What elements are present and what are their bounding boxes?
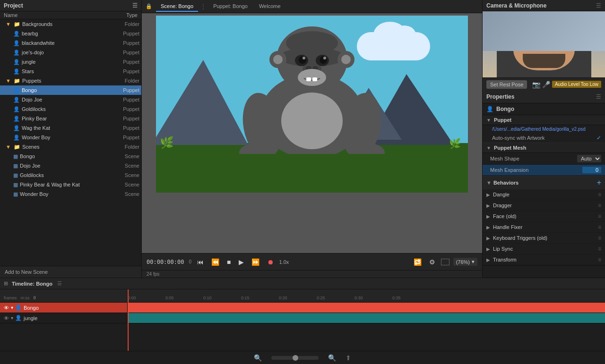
- tree-scenes-folder[interactable]: ▼ 📁 Scenes Folder: [0, 142, 141, 152]
- settings-button[interactable]: ⚙: [427, 257, 437, 267]
- timeline-menu-icon[interactable]: ☰: [57, 280, 62, 287]
- camera-background: [483, 11, 605, 77]
- stop-button[interactable]: ■: [225, 257, 233, 267]
- behavior-transform-name: Transform: [493, 257, 598, 262]
- add-behavior-button[interactable]: +: [597, 178, 601, 187]
- behavior-lipsync-name: Lip Sync: [493, 246, 598, 252]
- behavior-keyboard-arrow: ▶: [486, 236, 490, 241]
- behavior-face-menu[interactable]: ≡: [598, 213, 601, 220]
- microphone-icon[interactable]: 🎤: [542, 81, 550, 88]
- behavior-dragger[interactable]: ▶ Dragger ≡: [483, 200, 605, 211]
- wonderboy-type: Puppet: [116, 135, 139, 140]
- properties-menu-icon[interactable]: ☰: [596, 93, 601, 100]
- timeline-zoom-slider[interactable]: [271, 356, 319, 360]
- tree-scene-pinky[interactable]: ▦ Pinky Bear & Wag the Kat Scene: [0, 180, 141, 189]
- zoom-level-display[interactable]: (76%) ▾: [453, 258, 477, 266]
- jungle-track-eye-icon[interactable]: 👁: [4, 315, 9, 321]
- tree-wonder-boy[interactable]: 👤 Wonder Boy Puppet: [0, 133, 141, 142]
- play-button[interactable]: ▶: [237, 257, 246, 267]
- tree-scene-wonder[interactable]: ▦ Wonder Boy Scene: [0, 189, 141, 199]
- scene-dojo-label: Dojo Joe: [20, 163, 116, 169]
- camera-menu-icon[interactable]: ☰: [596, 2, 601, 9]
- behavior-handlefixer-menu[interactable]: ≡: [598, 224, 601, 230]
- add-to-new-scene-button[interactable]: Add to New Scene: [0, 266, 141, 278]
- tree-bongo[interactable]: 👤 Bongo Puppet: [0, 85, 141, 95]
- mic-icons: 📷 🎤 Audio Level Too Low: [532, 81, 601, 88]
- tab-welcome[interactable]: Welcome: [254, 1, 285, 12]
- audio-warning-badge: Audio Level Too Low: [552, 81, 601, 88]
- bongo-track-eye-icon[interactable]: 👁: [4, 305, 9, 311]
- jungle-track-arrow-icon[interactable]: ▾: [11, 315, 13, 321]
- record-button[interactable]: ⏺: [265, 257, 276, 267]
- mesh-shape-select[interactable]: Auto: [577, 155, 601, 162]
- timeline-header: ⊞ Timeline: Bongo ☰: [0, 278, 605, 289]
- behavior-dangle-menu[interactable]: ≡: [598, 191, 601, 198]
- jungle-label: jungle: [22, 59, 116, 65]
- tree-scene-dojo[interactable]: ▦ Dojo Joe Scene: [0, 161, 141, 170]
- jungle-track-content[interactable]: [128, 313, 605, 323]
- behavior-lip-sync[interactable]: ▶ Lip Sync ≡: [483, 244, 605, 254]
- tree-puppets-folder[interactable]: ▼ 📁 Puppets Folder: [0, 76, 141, 85]
- bongo-track-content[interactable]: [128, 303, 605, 313]
- bongo-track-name: Bongo: [24, 305, 123, 311]
- playback-speed: 1.0x: [279, 259, 289, 265]
- tree-scene-goldilocks[interactable]: ▦ Goldilocks Scene: [0, 170, 141, 180]
- puppet-sub-section: ▼ Puppet /Users/...edia/Gathered Media/g…: [483, 115, 605, 143]
- tree-stars[interactable]: 👤 Stars Puppet: [0, 67, 141, 76]
- step-forward-button[interactable]: ⏩: [250, 257, 261, 267]
- tree-pinky-bear[interactable]: 👤 Pinky Bear Puppet: [0, 114, 141, 123]
- set-rest-pose-button[interactable]: Set Rest Pose: [486, 80, 527, 89]
- step-back-button[interactable]: ⏪: [209, 257, 221, 267]
- puppet-mesh-title: Puppet Mesh: [494, 145, 526, 151]
- behavior-lipsync-menu[interactable]: ≡: [598, 245, 601, 252]
- tree-joesdojo[interactable]: 👤 joe's-dojo Puppet: [0, 48, 141, 57]
- go-to-start-button[interactable]: ⏮: [195, 257, 206, 267]
- track-labels-column: frames m:ss 0 👁 ▾ 👤 Bongo 👁 ▾ 👤 jungle: [0, 289, 128, 351]
- pinkybear-type: Puppet: [116, 116, 139, 121]
- autosync-checkmark[interactable]: ✓: [596, 135, 601, 141]
- behavior-handle-fixer[interactable]: ▶ Handle Fixer ≡: [483, 222, 605, 233]
- camera-toggle-icon[interactable]: 📷: [532, 81, 540, 88]
- expand-timeline-icon[interactable]: ⬆: [346, 354, 351, 362]
- grass-left: 🌿: [160, 137, 174, 148]
- behavior-keyboard-triggers[interactable]: ▶ Keyboard Triggers (old) ≡: [483, 233, 605, 244]
- stars-label: Stars: [22, 68, 116, 74]
- main-playhead[interactable]: [128, 289, 129, 351]
- tree-goldilocks[interactable]: 👤 Goldilocks Puppet: [0, 104, 141, 114]
- properties-panel: Properties ☰ 👤 Bongo ▼ Puppet /Users/...…: [483, 91, 605, 278]
- tree-bearbg[interactable]: 👤 bearbg Puppet: [0, 29, 141, 38]
- puppet-section-header[interactable]: ▼ Puppet: [483, 115, 605, 125]
- jungle-track-bg-icon: 👤: [15, 315, 22, 321]
- properties-header[interactable]: Properties ☰: [483, 91, 605, 103]
- tree-wag-the-kat[interactable]: 👤 Wag the Kat Puppet: [0, 123, 141, 133]
- tree-backgrounds-folder[interactable]: ▼ 📁 Backgrounds Folder: [0, 19, 141, 29]
- puppet-file-path[interactable]: /Users/...edia/Gathered Media/gorilla_v2…: [483, 125, 605, 133]
- bongo-track-arrow-icon[interactable]: ▾: [11, 305, 13, 310]
- tree-jungle[interactable]: 👤 jungle Puppet: [0, 57, 141, 67]
- bongo-track-puppet-icon: 👤: [15, 305, 22, 311]
- tree-scene-bongo[interactable]: ▦ Bongo Scene: [0, 152, 141, 161]
- svg-point-23: [302, 57, 305, 59]
- jungle-track-name: jungle: [24, 315, 123, 321]
- behavior-transform[interactable]: ▶ Transform ≡: [483, 254, 605, 265]
- zoom-slider-thumb[interactable]: [293, 355, 298, 361]
- behavior-dangle[interactable]: ▶ Dangle ≡: [483, 189, 605, 200]
- loop-button[interactable]: 🔁: [412, 257, 424, 267]
- right-panel: Camera & Microphone ☰: [482, 0, 605, 278]
- puppet-icon: 👤: [13, 31, 20, 37]
- behavior-keyboard-menu[interactable]: ≡: [598, 235, 601, 241]
- autosync-label: Auto-sync with Artwork: [492, 135, 544, 141]
- svg-point-8: [320, 56, 327, 64]
- tab-scene-bongo[interactable]: Scene: Bongo: [156, 1, 198, 12]
- zoom-out-icon[interactable]: 🔍: [254, 354, 262, 362]
- tree-blackandwhite[interactable]: 👤 blackandwhite Puppet: [0, 38, 141, 48]
- project-menu-icon[interactable]: ☰: [132, 2, 138, 9]
- behavior-transform-menu[interactable]: ≡: [598, 256, 601, 263]
- behavior-dragger-menu[interactable]: ≡: [598, 202, 601, 209]
- zoom-in-icon[interactable]: 🔍: [328, 354, 336, 362]
- mesh-expansion-input[interactable]: [582, 167, 601, 173]
- tree-dojo-joe[interactable]: 👤 Dojo Joe Puppet: [0, 95, 141, 104]
- tab-puppet-bongo[interactable]: Puppet: Bongo: [208, 1, 252, 12]
- puppet-mesh-header[interactable]: ▼ Puppet Mesh: [483, 143, 605, 153]
- behavior-face-old[interactable]: ▶ Face (old) ≡: [483, 211, 605, 222]
